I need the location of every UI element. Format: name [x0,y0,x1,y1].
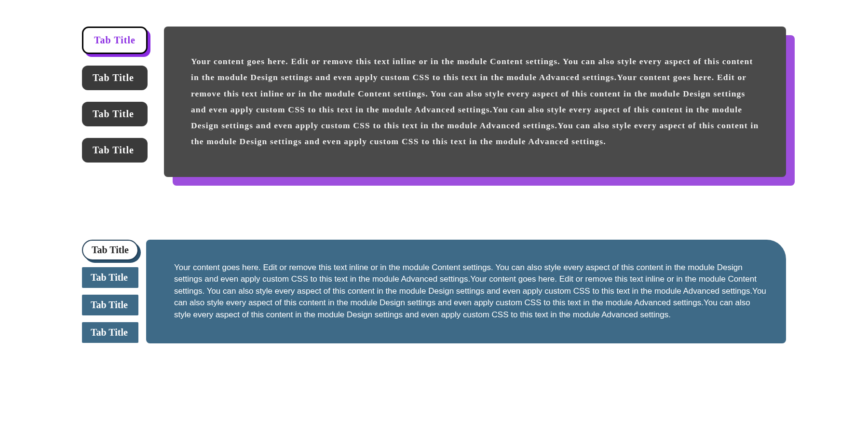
tab-list: Tab Title Tab Title Tab Title Tab Title [82,240,138,343]
tabs-module-blue: Tab Title Tab Title Tab Title Tab Title … [82,240,786,343]
tab-label: Tab Title [93,145,134,155]
tab-4[interactable]: Tab Title [82,322,138,343]
tab-label: Tab Title [94,35,136,45]
tab-label: Tab Title [93,109,134,119]
tabs-module-dark: Tab Title Tab Title Tab Title Tab Title … [82,27,786,177]
tab-content: Your content goes here. Edit or remove t… [164,27,786,177]
tab-3[interactable]: Tab Title [82,295,138,315]
tab-label: Tab Title [91,299,128,310]
tab-2[interactable]: Tab Title [82,66,148,90]
tab-3[interactable]: Tab Title [82,102,148,126]
tab-2[interactable]: Tab Title [82,267,138,288]
tab-content: Your content goes here. Edit or remove t… [146,240,786,343]
tab-1[interactable]: Tab Title [82,27,148,54]
tab-1[interactable]: Tab Title [82,240,138,260]
tab-list: Tab Title Tab Title Tab Title Tab Title [82,27,148,163]
tab-label: Tab Title [91,327,128,338]
tab-label: Tab Title [92,245,129,255]
tab-panel-wrap: Your content goes here. Edit or remove t… [164,27,786,177]
tab-4[interactable]: Tab Title [82,138,148,163]
tab-label: Tab Title [91,272,128,283]
tab-label: Tab Title [93,72,134,83]
